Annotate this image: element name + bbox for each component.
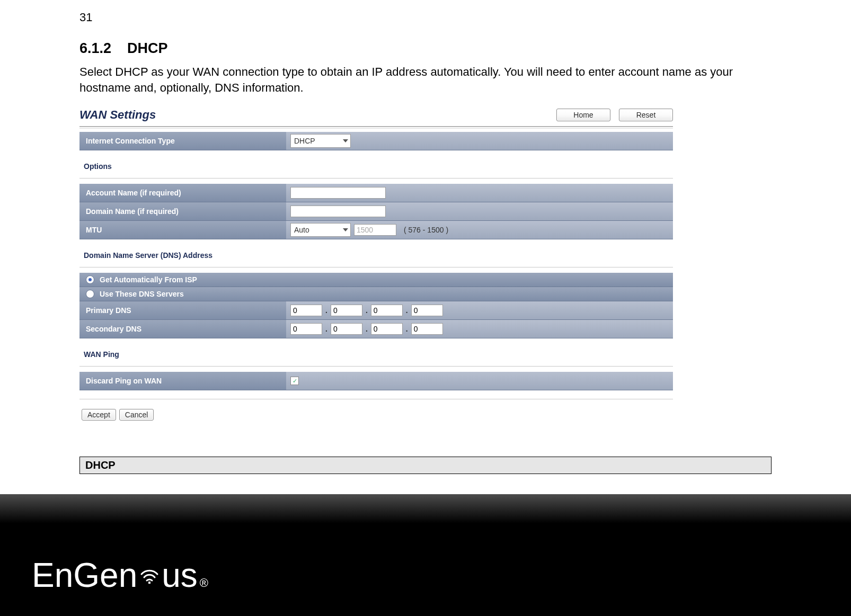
divider — [79, 128, 673, 129]
secondary-dns-octet-3[interactable] — [371, 323, 403, 335]
secondary-dns-octet-4[interactable] — [411, 323, 443, 335]
wan-settings-title: WAN Settings — [79, 106, 548, 124]
mtu-mode-value: Auto — [294, 226, 309, 234]
radio-selected-icon — [86, 275, 94, 284]
primary-dns-octet-3[interactable] — [371, 305, 403, 316]
domain-name-label: Domain Name (if required) — [79, 202, 286, 220]
primary-dns-octet-2[interactable] — [331, 305, 362, 316]
radio-unselected-icon — [86, 290, 94, 298]
dns-manual-option[interactable]: Use These DNS Servers — [79, 287, 673, 301]
mtu-value-input — [354, 224, 396, 236]
account-name-input[interactable] — [290, 187, 386, 199]
dns-auto-option[interactable]: Get Automatically From ISP — [79, 273, 673, 287]
primary-dns-label: Primary DNS — [79, 301, 286, 319]
cancel-button[interactable]: Cancel — [119, 409, 154, 421]
registered-icon: ® — [200, 576, 208, 590]
section-title: DHCP — [127, 40, 168, 56]
discard-ping-checkbox[interactable] — [290, 377, 299, 385]
router-ui: WAN Settings Home Reset Internet Connect… — [79, 106, 673, 425]
reset-button[interactable]: Reset — [619, 109, 673, 121]
divider — [79, 399, 673, 399]
dns-heading: Domain Name Server (DNS) Address — [79, 239, 673, 266]
chevron-down-icon — [343, 139, 348, 142]
dot-icon: . — [366, 306, 368, 315]
discard-ping-label: Discard Ping on WAN — [79, 372, 286, 390]
internet-connection-type-label: Internet Connection Type — [79, 132, 286, 150]
domain-name-input[interactable] — [290, 206, 386, 217]
mtu-mode-select[interactable]: Auto — [290, 223, 351, 237]
dot-icon: . — [325, 306, 327, 315]
section-heading: 6.1.2 DHCP — [79, 40, 772, 57]
dot-icon: . — [406, 306, 408, 315]
dhcp-table-header: DHCP — [79, 457, 772, 474]
internet-connection-type-value: DHCP — [294, 137, 315, 145]
dot-icon: . — [366, 325, 368, 333]
section-text: Select DHCP as your WAN connection type … — [79, 64, 772, 95]
page-footer: EnGen us® — [0, 494, 851, 616]
secondary-dns-label: Secondary DNS — [79, 320, 286, 338]
primary-dns-octet-1[interactable] — [290, 305, 322, 316]
dot-icon: . — [406, 325, 408, 333]
divider — [79, 366, 673, 367]
svg-rect-0 — [148, 582, 150, 584]
chevron-down-icon — [343, 228, 348, 231]
home-button[interactable]: Home — [556, 109, 610, 121]
dns-manual-label: Use These DNS Servers — [100, 290, 184, 298]
mtu-range-label: ( 576 - 1500 ) — [404, 226, 448, 234]
primary-dns-octet-4[interactable] — [411, 305, 443, 316]
secondary-dns-octet-1[interactable] — [290, 323, 322, 335]
divider — [79, 178, 673, 178]
divider — [79, 267, 673, 267]
accept-button[interactable]: Accept — [82, 409, 116, 421]
wan-ping-heading: WAN Ping — [79, 338, 673, 365]
dns-auto-label: Get Automatically From ISP — [100, 275, 197, 284]
mtu-label: MTU — [79, 221, 286, 239]
page-number: 31 — [79, 11, 772, 24]
dot-icon: . — [325, 325, 327, 333]
internet-connection-type-select[interactable]: DHCP — [290, 134, 351, 148]
options-heading: Options — [79, 150, 673, 177]
divider — [79, 126, 673, 127]
section-number: 6.1.2 — [79, 40, 111, 56]
engenius-logo: EnGen us® — [32, 556, 208, 595]
secondary-dns-octet-2[interactable] — [331, 323, 362, 335]
account-name-label: Account Name (if required) — [79, 184, 286, 202]
